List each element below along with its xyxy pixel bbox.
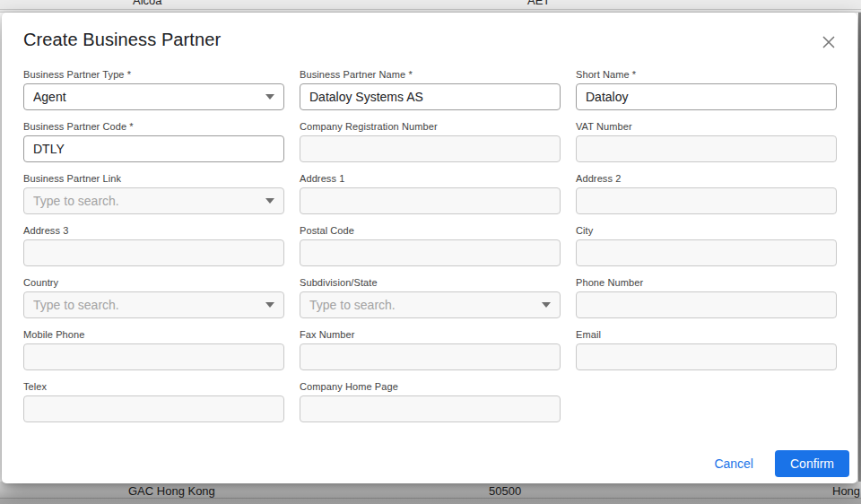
x-close-glyph: [822, 35, 836, 49]
field-email: Email: [576, 329, 837, 370]
input-city[interactable]: [576, 239, 837, 266]
table-row: GAC Hong Kong 50500 Hong K: [0, 482, 861, 499]
field-label-subdivision-state: Subdivision/State: [300, 277, 561, 288]
input-company-registration-number[interactable]: [300, 135, 561, 162]
field-city: City: [576, 225, 837, 266]
cancel-button[interactable]: Cancel: [700, 449, 768, 478]
select-country[interactable]: Type to search.: [23, 291, 284, 318]
field-label-mobile-phone: Mobile Phone: [23, 329, 284, 340]
chevron-down-icon: [265, 94, 274, 100]
input-mobile-phone[interactable]: [23, 343, 284, 370]
dialog-header: Create Business Partner: [2, 13, 857, 50]
field-label-business-partner-type: Business Partner Type *: [23, 69, 284, 80]
field-label-business-partner-code: Business Partner Code *: [23, 121, 284, 132]
field-placeholder: Type to search.: [33, 298, 258, 312]
field-business-partner-type: Business Partner Type *Agent: [23, 69, 284, 110]
close-icon[interactable]: [818, 31, 839, 53]
input-address-2[interactable]: [576, 187, 837, 214]
field-label-city: City: [576, 225, 837, 236]
field-placeholder: Type to search.: [309, 298, 535, 312]
chevron-down-icon: [542, 302, 551, 308]
field-label-company-registration-number: Company Registration Number: [300, 121, 561, 132]
field-label-vat-number: VAT Number: [576, 121, 837, 132]
input-postal-code[interactable]: [300, 239, 561, 266]
field-mobile-phone: Mobile Phone: [23, 329, 284, 370]
field-address-2: Address 2: [576, 173, 837, 214]
chevron-down-icon: [265, 198, 274, 204]
background-table-bottom: GAC Hong Kong 50500 Hong K: [0, 482, 861, 504]
field-label-business-partner-name: Business Partner Name *: [300, 69, 561, 80]
field-label-company-home-page: Company Home Page: [300, 381, 561, 392]
background-cell: GAC Hong Kong: [128, 484, 215, 498]
field-label-short-name: Short Name *: [576, 69, 837, 80]
input-company-home-page[interactable]: [300, 395, 561, 422]
input-address-1[interactable]: [300, 187, 561, 214]
input-business-partner-name[interactable]: Dataloy Systems AS: [300, 83, 561, 110]
input-email[interactable]: [576, 343, 837, 370]
field-subdivision-state: Subdivision/StateType to search.: [300, 277, 561, 318]
field-label-email: Email: [576, 329, 837, 340]
field-label-fax-number: Fax Number: [300, 329, 561, 340]
field-telex: Telex: [23, 381, 284, 422]
field-value: DTLY: [33, 142, 274, 156]
field-label-address-3: Address 3: [23, 225, 284, 236]
dialog-title: Create Business Partner: [23, 30, 836, 50]
input-business-partner-code[interactable]: DTLY: [23, 135, 284, 162]
select-subdivision-state[interactable]: Type to search.: [300, 291, 561, 318]
background-cell: Hong K: [832, 484, 861, 498]
background-cell: AET: [527, 0, 550, 7]
form-grid: Business Partner Type *AgentBusiness Par…: [23, 69, 837, 422]
background-table-top: Alcoa AET: [0, 0, 861, 13]
field-business-partner-link: Business Partner LinkType to search.: [23, 173, 284, 214]
field-fax-number: Fax Number: [300, 329, 561, 370]
background-cell: Alcoa: [133, 0, 162, 7]
field-label-phone-number: Phone Number: [576, 277, 837, 288]
field-placeholder: Type to search.: [33, 194, 258, 208]
input-short-name[interactable]: Dataloy: [576, 83, 837, 110]
input-phone-number[interactable]: [576, 291, 837, 318]
create-business-partner-dialog: Create Business Partner Business Partner…: [2, 13, 857, 483]
field-value: Dataloy: [586, 90, 827, 104]
background-cell: 50500: [489, 484, 521, 498]
field-label-postal-code: Postal Code: [300, 225, 561, 236]
select-business-partner-link[interactable]: Type to search.: [23, 187, 284, 214]
table-divider: [0, 9, 861, 10]
field-phone-number: Phone Number: [576, 277, 837, 318]
field-label-country: Country: [23, 277, 284, 288]
chevron-down-icon: [265, 302, 274, 308]
field-postal-code: Postal Code: [300, 225, 561, 266]
field-label-address-1: Address 1: [300, 173, 561, 184]
input-telex[interactable]: [23, 395, 284, 422]
field-address-3: Address 3: [23, 225, 284, 266]
field-business-partner-name: Business Partner Name *Dataloy Systems A…: [300, 69, 561, 110]
field-label-business-partner-link: Business Partner Link: [23, 173, 284, 184]
input-vat-number[interactable]: [576, 135, 837, 162]
dialog-footer: Cancel Confirm: [700, 449, 849, 478]
field-company-registration-number: Company Registration Number: [300, 121, 561, 162]
input-fax-number[interactable]: [300, 343, 561, 370]
field-label-telex: Telex: [23, 381, 284, 392]
field-company-home-page: Company Home Page: [300, 381, 561, 422]
field-vat-number: VAT Number: [576, 121, 837, 162]
page: Alcoa AET GAC Hong Kong 50500 Hong K Cre…: [0, 0, 861, 504]
input-address-3[interactable]: [23, 239, 284, 266]
field-business-partner-code: Business Partner Code *DTLY: [23, 121, 284, 162]
field-address-1: Address 1: [300, 173, 561, 214]
confirm-button[interactable]: Confirm: [775, 450, 849, 477]
select-business-partner-type[interactable]: Agent: [23, 83, 284, 110]
field-value: Dataloy Systems AS: [309, 90, 551, 104]
field-short-name: Short Name *Dataloy: [576, 69, 837, 110]
field-label-address-2: Address 2: [576, 173, 837, 184]
field-country: CountryType to search.: [23, 277, 284, 318]
field-value: Agent: [33, 90, 258, 104]
